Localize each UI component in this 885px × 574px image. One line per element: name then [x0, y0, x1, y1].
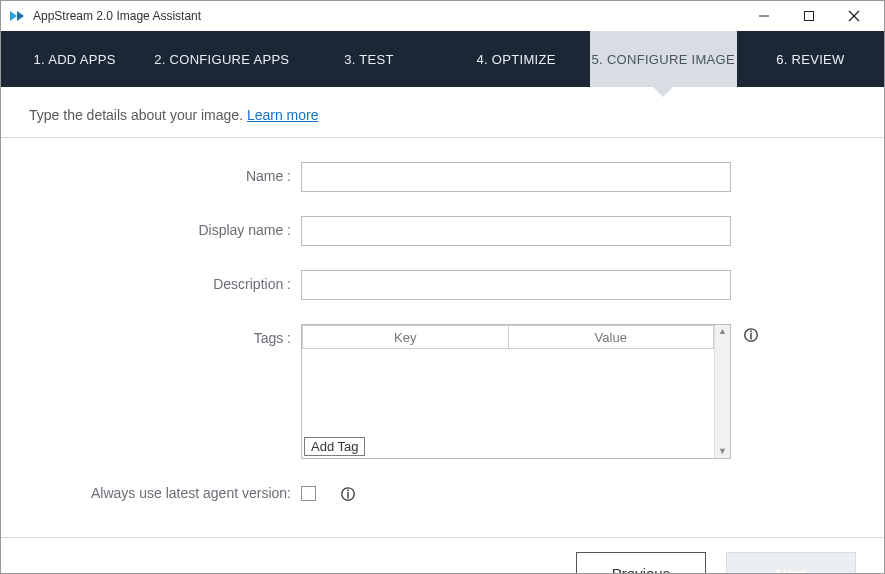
svg-marker-0	[10, 11, 17, 21]
tab-configure-apps[interactable]: 2. CONFIGURE APPS	[148, 31, 295, 87]
intro-text: Type the details about your image.	[29, 107, 247, 123]
row-display-name: Display name :	[61, 216, 824, 246]
tab-add-apps[interactable]: 1. ADD APPS	[1, 31, 148, 87]
tags-header: Key Value	[302, 325, 714, 349]
label-tags: Tags :	[61, 324, 301, 346]
window-titlebar: AppStream 2.0 Image Assistant	[1, 1, 884, 31]
tab-test[interactable]: 3. TEST	[295, 31, 442, 87]
tags-column-value: Value	[509, 325, 715, 349]
button-label: Next	[776, 565, 807, 575]
svg-marker-1	[17, 11, 24, 21]
next-button[interactable]: Next	[726, 552, 856, 574]
tab-label: 2. CONFIGURE APPS	[154, 52, 289, 67]
wizard-tabs: 1. ADD APPS 2. CONFIGURE APPS 3. TEST 4.…	[1, 31, 884, 87]
label-description: Description :	[61, 270, 301, 292]
name-input[interactable]	[301, 162, 731, 192]
description-input[interactable]	[301, 270, 731, 300]
tab-optimize[interactable]: 4. OPTIMIZE	[443, 31, 590, 87]
tab-review[interactable]: 6. REVIEW	[737, 31, 884, 87]
info-icon[interactable]: ⓘ	[340, 487, 356, 503]
row-name: Name :	[61, 162, 824, 192]
row-latest-agent: Always use latest agent version: ⓘ	[61, 483, 824, 503]
tab-label: 5. CONFIGURE IMAGE	[592, 52, 735, 67]
maximize-icon	[803, 10, 815, 22]
row-tags: Tags : Key Value Add Tag ▲ ▼ ⓘ	[61, 324, 824, 459]
minimize-icon	[758, 10, 770, 22]
svg-rect-3	[804, 12, 813, 21]
app-icon	[9, 8, 25, 24]
form-area: Name : Display name : Description : Tags…	[1, 138, 884, 537]
intro-text-row: Type the details about your image. Learn…	[1, 87, 884, 137]
close-button[interactable]	[831, 1, 876, 31]
label-name: Name :	[61, 162, 301, 184]
tags-body: Add Tag	[302, 349, 714, 458]
tags-column-key: Key	[302, 325, 509, 349]
tags-pane: Key Value Add Tag ▲ ▼	[301, 324, 731, 459]
info-icon[interactable]: ⓘ	[743, 328, 759, 344]
maximize-button[interactable]	[786, 1, 831, 31]
scroll-down-icon: ▼	[718, 447, 727, 456]
button-label: Previous	[612, 565, 670, 575]
tab-configure-image[interactable]: 5. CONFIGURE IMAGE	[590, 31, 737, 87]
minimize-button[interactable]	[741, 1, 786, 31]
label-latest-agent: Always use latest agent version:	[61, 485, 301, 501]
label-display-name: Display name :	[61, 216, 301, 238]
latest-agent-checkbox[interactable]	[301, 486, 316, 501]
tags-scrollbar[interactable]: ▲ ▼	[714, 325, 730, 458]
tab-label: 3. TEST	[344, 52, 394, 67]
footer: Previous Next	[1, 537, 884, 574]
window-title: AppStream 2.0 Image Assistant	[33, 9, 201, 23]
add-tag-button[interactable]: Add Tag	[304, 437, 365, 456]
scroll-up-icon: ▲	[718, 327, 727, 336]
close-icon	[848, 10, 860, 22]
display-name-input[interactable]	[301, 216, 731, 246]
row-description: Description :	[61, 270, 824, 300]
tab-label: 4. OPTIMIZE	[477, 52, 556, 67]
learn-more-link[interactable]: Learn more	[247, 107, 319, 123]
tab-label: 1. ADD APPS	[34, 52, 116, 67]
tab-label: 6. REVIEW	[776, 52, 844, 67]
previous-button[interactable]: Previous	[576, 552, 706, 574]
